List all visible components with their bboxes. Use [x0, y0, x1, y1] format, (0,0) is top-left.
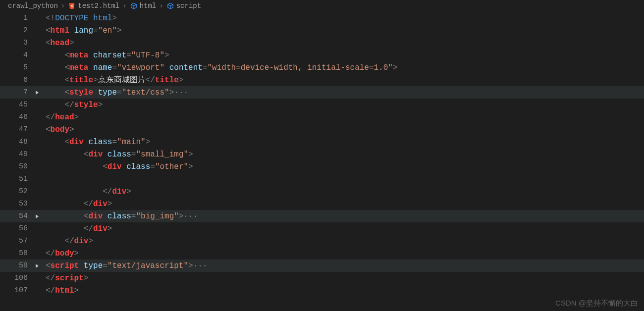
code-line[interactable]: 6 <title>京东商城图片</title> — [0, 74, 644, 86]
code-line[interactable]: 4 <meta charset="UTF-8"> — [0, 49, 644, 61]
code-line[interactable]: 58 </body> — [0, 247, 644, 259]
cube-icon — [166, 2, 174, 10]
code-line[interactable]: 107 </html> — [0, 284, 644, 297]
code-line[interactable]: 2 <html lang="en"> — [0, 24, 644, 37]
line-number: 106 — [0, 274, 32, 282]
line-number: 5 — [0, 63, 32, 72]
code-line[interactable]: 56 </div> — [0, 222, 644, 235]
code-line[interactable]: 57 </div> — [0, 235, 644, 247]
cube-icon — [130, 2, 138, 10]
line-number: 4 — [0, 51, 32, 59]
line-number: 3 — [0, 39, 32, 47]
line-number: 7 — [0, 88, 32, 97]
html5-icon: 5 — [68, 2, 76, 10]
code-line[interactable]: 51 — [0, 173, 644, 185]
fold-collapsed-icon[interactable] — [32, 90, 43, 95]
code-line[interactable]: 54 <div class="big_img">··· — [0, 210, 644, 222]
line-number: 107 — [0, 286, 32, 295]
line-number: 53 — [0, 200, 32, 208]
line-number: 58 — [0, 249, 32, 258]
code-editor[interactable]: 1 <!DOCTYPE html> 2 <html lang="en"> 3 <… — [0, 12, 644, 297]
code-line[interactable]: 53 </div> — [0, 198, 644, 210]
line-number: 6 — [0, 76, 32, 84]
code-line[interactable]: 45 </style> — [0, 99, 644, 111]
watermark: CSDN @坚持不懈的大白 — [555, 299, 638, 308]
fold-collapsed-icon[interactable] — [32, 263, 43, 268]
code-line[interactable]: 49 <div class="small_img"> — [0, 148, 644, 160]
line-number: 51 — [0, 175, 32, 183]
breadcrumb-symbol[interactable]: html — [140, 2, 157, 10]
breadcrumb-folder[interactable]: crawl_python — [8, 2, 58, 10]
fold-collapsed-icon[interactable] — [32, 214, 43, 219]
breadcrumb-file[interactable]: test2.html — [78, 2, 119, 10]
code-line[interactable]: 106 </script> — [0, 272, 644, 284]
code-line[interactable]: 3 <head> — [0, 37, 644, 49]
code-line[interactable]: 7 <style type="text/css">··· — [0, 86, 644, 99]
code-line[interactable]: 46 </head> — [0, 111, 644, 123]
line-number: 57 — [0, 237, 32, 245]
line-number: 56 — [0, 224, 32, 233]
code-line[interactable]: 50 <div class="other"> — [0, 160, 644, 173]
code-line[interactable]: 59 <script type="text/javascript">··· — [0, 259, 644, 272]
line-number: 50 — [0, 162, 32, 171]
chevron-right-icon: › — [61, 2, 65, 10]
line-number: 1 — [0, 14, 32, 22]
code-line[interactable]: 5 <meta name="viewport" content="width=d… — [0, 61, 644, 74]
line-number: 59 — [0, 261, 32, 270]
chevron-right-icon: › — [122, 2, 126, 10]
line-number: 49 — [0, 150, 32, 158]
line-number: 52 — [0, 187, 32, 196]
line-number: 48 — [0, 138, 32, 146]
line-number: 46 — [0, 113, 32, 121]
code-line[interactable]: 1 <!DOCTYPE html> — [0, 12, 644, 24]
breadcrumb: crawl_python › 5 test2.html › html › scr… — [0, 0, 644, 12]
line-number: 47 — [0, 125, 32, 134]
line-number: 45 — [0, 101, 32, 109]
code-line[interactable]: 47 <body> — [0, 123, 644, 136]
chevron-right-icon: › — [159, 2, 163, 10]
breadcrumb-symbol[interactable]: script — [176, 2, 201, 10]
code-line[interactable]: 48 <div class="main"> — [0, 136, 644, 148]
line-number: 54 — [0, 212, 32, 220]
code-line[interactable]: 52 </div> — [0, 185, 644, 198]
line-number: 2 — [0, 26, 32, 35]
